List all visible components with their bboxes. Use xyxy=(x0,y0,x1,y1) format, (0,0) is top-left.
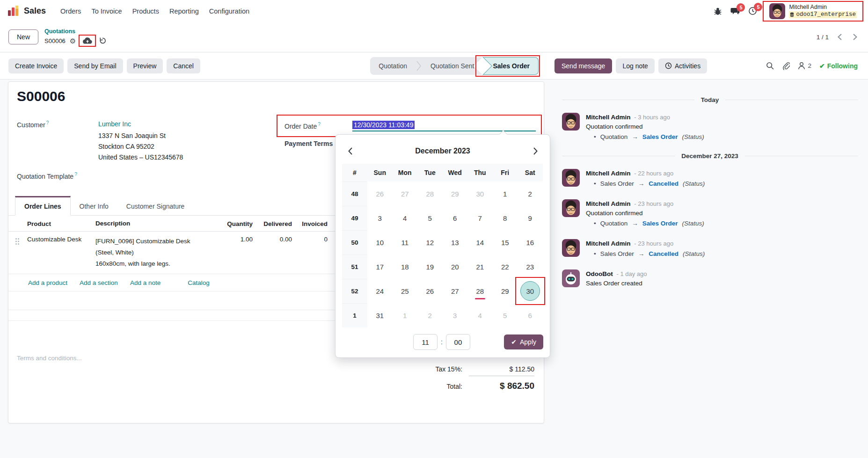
calendar-day[interactable]: 30 xyxy=(467,182,493,206)
cell-description[interactable]: [FURN_0096] Customizable Desk (Steel, Wh… xyxy=(95,236,222,269)
calendar-day[interactable]: 25 xyxy=(393,279,418,303)
message-author[interactable]: OdooBot xyxy=(586,270,613,277)
calendar-day[interactable]: 8 xyxy=(493,206,518,230)
calendar-day[interactable]: 22 xyxy=(493,254,518,279)
calendar-day[interactable]: 9 xyxy=(518,206,543,230)
calendar-day[interactable]: 12 xyxy=(417,230,443,254)
send-message-button[interactable]: Send message xyxy=(554,58,612,73)
calendar-day[interactable]: 16 xyxy=(518,230,543,254)
col-description[interactable]: Description xyxy=(95,218,222,229)
calendar-day[interactable]: 18 xyxy=(393,254,418,279)
calendar-day[interactable]: 21 xyxy=(467,254,493,279)
following-toggle[interactable]: ✔ Following xyxy=(819,62,858,70)
tab-order-lines[interactable]: Order Lines xyxy=(15,196,71,216)
calendar-day[interactable]: 4 xyxy=(393,206,418,230)
col-quantity[interactable]: Quantity xyxy=(222,220,253,227)
customer-link[interactable]: Lumber Inc xyxy=(98,120,131,128)
pager-previous-icon[interactable] xyxy=(835,31,844,43)
menu-orders[interactable]: Orders xyxy=(55,4,86,18)
status-step-sales-order[interactable]: Sales Order xyxy=(482,57,539,75)
calendar-day[interactable]: 11 xyxy=(393,230,418,254)
hour-input[interactable] xyxy=(413,334,438,350)
terms-placeholder[interactable]: Terms and conditions... xyxy=(17,355,82,362)
calendar-day[interactable]: 6 xyxy=(518,303,543,327)
calendar-day[interactable]: 2 xyxy=(417,303,443,327)
new-button[interactable]: New xyxy=(8,29,38,44)
tab-customer-signature[interactable]: Customer Signature xyxy=(117,197,194,215)
message-author[interactable]: Mitchell Admin xyxy=(586,240,631,247)
app-brand[interactable]: Sales xyxy=(7,5,46,17)
calendar-day[interactable]: 6 xyxy=(443,206,468,230)
add-a-note-link[interactable]: Add a note xyxy=(130,279,160,286)
followers-count[interactable]: 2 xyxy=(808,62,811,69)
calendar-day[interactable]: 5 xyxy=(493,303,518,327)
calendar-day[interactable]: 19 xyxy=(417,254,443,279)
debug-bug-icon[interactable] xyxy=(714,7,722,15)
add-a-product-link[interactable]: Add a product xyxy=(28,279,67,286)
add-a-section-link[interactable]: Add a section xyxy=(80,279,118,286)
col-product[interactable]: Product xyxy=(27,220,95,227)
menu-reporting[interactable]: Reporting xyxy=(164,4,204,18)
calendar-day[interactable]: 13 xyxy=(443,230,468,254)
calendar-day[interactable]: 14 xyxy=(467,230,493,254)
activities-clock-icon[interactable]: 5 xyxy=(748,7,757,15)
col-invoiced[interactable]: Invoiced xyxy=(292,220,328,227)
order-date-input[interactable]: 12/30/2023 11:03:49 xyxy=(352,120,536,131)
message-author[interactable]: Mitchell Admin xyxy=(586,114,631,121)
log-note-button[interactable]: Log note xyxy=(616,58,655,73)
calendar-day[interactable]: 7 xyxy=(467,206,493,230)
menu-configuration[interactable]: Configuration xyxy=(204,4,255,18)
messages-icon[interactable]: 5 xyxy=(730,7,740,15)
message-author[interactable]: Mitchell Admin xyxy=(586,170,631,177)
calendar-day[interactable]: 31 xyxy=(367,303,393,327)
catalog-link[interactable]: Catalog xyxy=(188,279,210,286)
calendar-day[interactable]: 2 xyxy=(518,182,543,206)
save-cloud-wrap[interactable] xyxy=(80,36,95,46)
apply-button[interactable]: ✔ Apply xyxy=(504,334,543,349)
send-by-email-button[interactable]: Send by Email xyxy=(67,58,123,73)
calendar-day[interactable]: 29 xyxy=(493,279,518,303)
calendar-day[interactable]: 4 xyxy=(467,303,493,327)
calendar-day[interactable]: 1 xyxy=(393,303,418,327)
gear-icon[interactable]: ⚙ xyxy=(70,37,76,44)
cloud-save-icon[interactable] xyxy=(82,37,92,44)
discard-undo-icon[interactable] xyxy=(99,37,106,44)
preview-button[interactable]: Preview xyxy=(127,58,163,73)
calendar-day[interactable]: 15 xyxy=(493,230,518,254)
drag-handle-icon[interactable] xyxy=(15,236,27,269)
calendar-day[interactable]: 29 xyxy=(443,182,468,206)
search-icon[interactable] xyxy=(766,62,774,70)
col-delivered[interactable]: Delivered xyxy=(253,220,292,227)
app-name[interactable]: Sales xyxy=(24,6,46,16)
message-author[interactable]: Mitchell Admin xyxy=(586,200,631,207)
cell-quantity[interactable]: 1.00 xyxy=(222,236,253,269)
activities-button[interactable]: Activities xyxy=(658,58,707,73)
calendar-day[interactable]: 28 xyxy=(467,279,493,303)
breadcrumb-quotations[interactable]: Quotations xyxy=(44,28,106,35)
calendar-day[interactable]: 27 xyxy=(443,279,468,303)
paperclip-icon[interactable] xyxy=(782,62,790,70)
cancel-button[interactable]: Cancel xyxy=(167,58,200,73)
calendar-day[interactable]: 1 xyxy=(493,182,518,206)
calendar-day[interactable]: 26 xyxy=(417,279,443,303)
calendar-day[interactable]: 3 xyxy=(367,206,393,230)
next-month-icon[interactable] xyxy=(527,147,543,155)
user-menu[interactable]: Mitchell Admin odoo17_enterprise xyxy=(766,2,861,20)
calendar-day[interactable]: 26 xyxy=(367,182,393,206)
calendar-day[interactable]: 17 xyxy=(367,254,393,279)
status-step-quotation[interactable]: Quotation xyxy=(370,62,416,70)
calendar-day[interactable]: 24 xyxy=(367,279,393,303)
previous-month-icon[interactable] xyxy=(342,147,358,155)
calendar-day[interactable]: 3 xyxy=(443,303,468,327)
menu-products[interactable]: Products xyxy=(127,4,164,18)
minute-input[interactable] xyxy=(446,334,470,350)
calendar-day-selected[interactable]: 30 xyxy=(518,279,543,303)
calendar-day[interactable]: 23 xyxy=(518,254,543,279)
calendar-day[interactable]: 5 xyxy=(417,206,443,230)
tab-other-info[interactable]: Other Info xyxy=(71,197,117,215)
calendar-day[interactable]: 28 xyxy=(417,182,443,206)
calendar-day[interactable]: 27 xyxy=(393,182,418,206)
cell-product[interactable]: Customizable Desk xyxy=(27,236,95,269)
create-invoice-button[interactable]: Create Invoice xyxy=(8,58,64,73)
calendar-day[interactable]: 10 xyxy=(367,230,393,254)
